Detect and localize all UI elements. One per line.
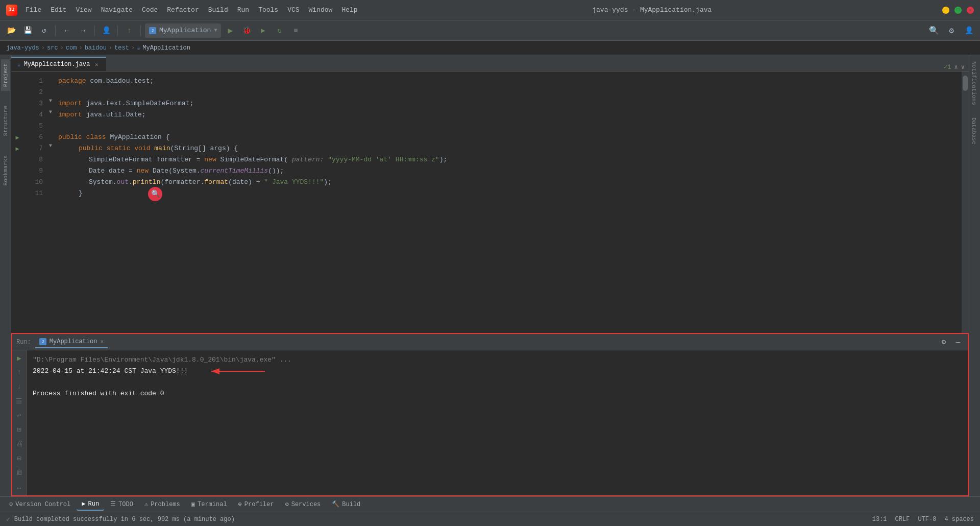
cursor-button[interactable]: ↑ <box>122 23 136 38</box>
terminal-icon: ▣ <box>191 500 195 508</box>
bottom-tab-services[interactable]: ⚙ Services <box>280 498 326 510</box>
menu-help[interactable]: Help <box>337 4 361 16</box>
bottom-tab-services-label: Services <box>291 501 321 508</box>
breadcrumb-test[interactable]: test <box>114 44 129 52</box>
vcs-button[interactable]: 👤 <box>99 23 113 38</box>
run-scroll-button[interactable]: ⊞ <box>14 424 25 435</box>
menu-run[interactable]: Run <box>233 4 253 16</box>
bottom-tab-run[interactable]: ▶ Run <box>77 498 104 511</box>
notifications-tab[interactable]: Notifications <box>969 55 980 111</box>
menu-build[interactable]: Build <box>204 4 232 16</box>
run-left-bar: ▶ ↑ ↓ ☰ ↩ ⊞ 🖨 ⊟ 🗑 ⋯ <box>12 350 27 495</box>
gutter-line-6: ▶ <box>11 132 23 143</box>
gutter-line-9 <box>11 165 23 177</box>
sidebar-project-tab[interactable]: Project <box>1 59 10 91</box>
close-button[interactable]: ✕ <box>967 7 974 14</box>
cursor-position[interactable]: 13:1 <box>872 516 887 523</box>
profile-button[interactable]: ↻ <box>272 23 286 38</box>
bottom-tab-problems[interactable]: ⚠ Problems <box>139 498 185 510</box>
gutter-line-5 <box>11 121 23 132</box>
toolbar-separator-2 <box>94 26 95 36</box>
code-content: package com.baidou.test; import java.tex… <box>56 71 962 333</box>
run-tab-myapplication[interactable]: J MyApplication ✕ <box>35 336 108 348</box>
run-config-icon: J <box>149 27 156 34</box>
tab-close-button[interactable]: ✕ <box>93 61 100 68</box>
save-button[interactable]: 💾 <box>20 23 35 38</box>
bottom-tab-terminal[interactable]: ▣ Terminal <box>186 498 232 510</box>
run-compare-button[interactable]: ⊟ <box>14 452 25 464</box>
editor-scrollbar[interactable] <box>962 71 969 333</box>
breadcrumb-sep-2: › <box>60 44 64 52</box>
run-panel-minimize-button[interactable]: — <box>952 337 964 348</box>
nav-up-icon[interactable]: ∧ <box>954 63 958 71</box>
code-line-7: public static void main(String[] args) { <box>56 143 962 154</box>
user-button[interactable]: 👤 <box>962 23 976 38</box>
menu-vcs[interactable]: VCS <box>283 4 303 16</box>
sidebar-bookmarks-tab[interactable]: Bookmarks <box>1 151 10 189</box>
line-ending[interactable]: CRLF <box>895 516 910 523</box>
run-wrap-button[interactable]: ↩ <box>14 410 25 421</box>
run-tab-close[interactable]: ✕ <box>100 338 104 345</box>
problems-icon: ⚠ <box>144 500 148 508</box>
refresh-button[interactable]: ↺ <box>37 23 51 38</box>
services-icon: ⚙ <box>285 500 288 508</box>
database-tab[interactable]: Database <box>969 111 980 151</box>
bottom-tab-version-control[interactable]: ⊙ Version Control <box>4 498 76 510</box>
run-filter-button[interactable]: ☰ <box>14 395 25 407</box>
tab-myapplication[interactable]: ☕ MyApplication.java ✕ <box>11 57 106 71</box>
open-button[interactable]: 📂 <box>4 23 18 38</box>
menu-edit[interactable]: Edit <box>46 4 70 16</box>
run-down-button[interactable]: ↓ <box>14 381 25 392</box>
breadcrumb-project[interactable]: java-yyds <box>6 44 39 52</box>
menu-navigate[interactable]: Navigate <box>97 4 137 16</box>
encoding[interactable]: UTF-8 <box>918 516 936 523</box>
run-print-button[interactable]: 🖨 <box>14 438 25 449</box>
run-tab-icon: J <box>39 338 46 345</box>
run-tab-label: MyApplication <box>50 338 97 345</box>
bottom-tab-profiler[interactable]: ⊕ Profiler <box>233 498 279 510</box>
status-left: ✓ Build completed successfully in 6 sec,… <box>6 515 864 523</box>
back-button[interactable]: ← <box>60 23 74 38</box>
run-more-button[interactable]: ⋯ <box>14 482 25 495</box>
profiler-icon: ⊕ <box>238 500 242 508</box>
breadcrumb-src[interactable]: src <box>47 44 58 52</box>
menu-window[interactable]: Window <box>305 4 337 16</box>
toolbar-right: 🔍 ⚙ 👤 <box>927 23 976 38</box>
gutter-line-10 <box>11 177 23 188</box>
editor-scroll-thumb[interactable] <box>963 76 968 91</box>
debug-button[interactable]: 🐞 <box>239 23 254 38</box>
menu-tools[interactable]: Tools <box>254 4 282 16</box>
bottom-tab-todo[interactable]: ☰ TODO <box>105 498 138 510</box>
run-button[interactable]: ▶ <box>223 23 237 38</box>
breadcrumb-baidou[interactable]: baidou <box>85 44 107 52</box>
run-up-button[interactable]: ↑ <box>14 367 25 378</box>
nav-down-icon[interactable]: ∨ <box>961 63 965 71</box>
coverage-button[interactable]: ▶ <box>256 23 270 38</box>
run-config-selector[interactable]: J MyApplication ▼ <box>145 23 221 38</box>
menu-view[interactable]: View <box>71 4 95 16</box>
red-arrow-annotation <box>206 364 267 379</box>
menu-file[interactable]: File <box>21 4 45 16</box>
sidebar-structure-tab[interactable]: Structure <box>1 102 10 140</box>
run-play-button[interactable]: ▶ <box>14 352 25 364</box>
gutter-line-8 <box>11 154 23 165</box>
code-line-1: package com.baidou.test; <box>56 76 962 87</box>
forward-button[interactable]: → <box>76 23 90 38</box>
bottom-tab-build-label: Build <box>342 501 360 508</box>
run-panel-right-buttons: ⚙ — <box>938 337 964 348</box>
indent-setting[interactable]: 4 spaces <box>944 516 974 523</box>
minimize-button[interactable]: — <box>942 7 949 14</box>
bottom-tab-build[interactable]: 🔨 Build <box>327 498 365 510</box>
maximize-button[interactable]: □ <box>954 7 962 14</box>
breadcrumb-com[interactable]: com <box>66 44 77 52</box>
search-everywhere-button[interactable]: 🔍 <box>927 23 941 38</box>
run-panel-settings-button[interactable]: ⚙ <box>938 337 949 348</box>
run-panel: Run: J MyApplication ✕ ⚙ — ▶ ↑ <box>11 333 969 496</box>
menu-refactor[interactable]: Refactor <box>163 4 203 16</box>
search-bubble[interactable]: 🔍 <box>148 187 162 201</box>
stop-button[interactable]: ■ <box>288 23 303 38</box>
run-label: Run: <box>16 339 31 346</box>
menu-code[interactable]: Code <box>138 4 162 16</box>
settings-button[interactable]: ⚙ <box>944 23 959 38</box>
run-trash-button[interactable]: 🗑 <box>14 467 25 478</box>
